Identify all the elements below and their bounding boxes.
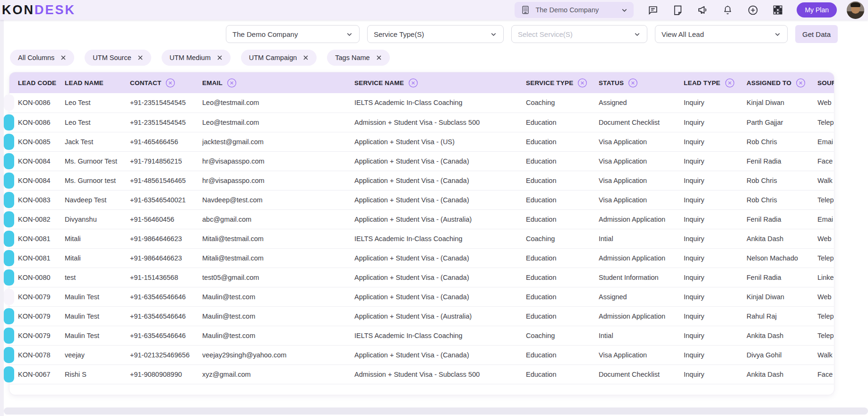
cell-lead-type: Inquiry [684,287,747,306]
announcements-icon[interactable] [696,4,709,16]
cell-contact: +91-9864646623 [130,229,202,248]
company-selector[interactable]: The Demo Company [515,2,634,18]
cell-contact: +91-9080908990 [130,364,202,384]
messages-icon[interactable] [646,4,659,16]
company-filter-dropdown[interactable]: The Demo Company [226,25,360,43]
notes-icon[interactable] [671,4,684,16]
cell-lead-name: Navdeep Test [65,190,130,209]
cell-lead-code: KON-0081 [9,248,65,268]
lead-table-body: KON-0086 Leo Test +91-23515454545 Leo@te… [9,93,834,384]
table-row[interactable]: KON-0079 Maulin Test +91-63546546646 Mau… [9,326,834,345]
get-data-button[interactable]: Get Data [795,25,838,43]
table-row[interactable]: KON-0079 Maulin Test +91-63546546646 Mau… [9,306,834,326]
row-indicator [4,231,14,247]
col-lead-name: LEAD NAME [65,72,130,93]
column-remove-icon[interactable] [725,78,735,88]
chip-remove-icon[interactable] [376,55,382,61]
chip-label: Tags Name [335,54,370,61]
cell-lead-name: Maulin Test [65,306,130,326]
avatar[interactable] [847,1,864,19]
cell-email: jacktest@gmail.com [202,132,354,151]
cell-contact: +91-63546546646 [130,287,202,306]
cell-lead-name: Mitali [65,229,130,248]
cell-contact: +91-56460456 [130,209,202,229]
cell-service-type: Education [526,151,599,171]
table-row[interactable]: KON-0084 Ms. Gurnoor test +91-4856154646… [9,171,834,190]
filter-bar: The Demo Company Service Type(S) Select … [0,20,868,47]
table-row[interactable]: KON-0083 Navdeep Test +91-63546540021 Na… [9,190,834,209]
horizontal-scrollbar[interactable] [4,407,868,415]
building-icon [520,5,531,15]
table-row[interactable]: KON-0081 Mitali +91-9864646623 Mitali@te… [9,248,834,268]
cell-service-type: Education [526,345,599,364]
column-remove-icon[interactable] [408,78,418,88]
chip-remove-icon[interactable] [303,55,309,61]
apps-grid-icon[interactable] [772,4,784,16]
service-type-filter-dropdown[interactable]: Service Type(S) [367,25,504,43]
cell-email: veejay29singh@yahoo.com [202,345,354,364]
table-row[interactable]: KON-0080 test +91-151436568 test05@gmail… [9,268,834,287]
cell-lead-code: KON-0079 [9,326,65,345]
cell-email: Leo@testmail.com [202,113,354,132]
column-remove-icon[interactable] [577,78,587,88]
notifications-icon[interactable] [722,4,734,16]
select-service-filter-dropdown[interactable]: Select Service(S) [511,25,647,43]
cell-service-type: Education [526,113,599,132]
cell-status: Intial [599,326,684,345]
cell-lead-type: Inquiry [684,209,747,229]
leads-table-card: LEAD CODE LEAD NAME CONTACT EMAIL SERVIC… [9,72,834,395]
cell-assigned-to: Ankita Dash [747,364,817,384]
page-left-gutter [0,20,4,416]
cell-email: Leo@testmail.com [202,93,354,113]
cell-contact: +91-63546546646 [130,306,202,326]
chip-label: UTM Campaign [249,54,297,61]
logo-text-kon: KON [2,3,34,17]
table-row[interactable]: KON-0078 veejay +91-021325469656 veejay2… [9,345,834,364]
quick-add-icon[interactable] [747,4,759,16]
chip-remove-icon[interactable] [60,55,66,61]
table-card-bottom-spacer [9,384,834,395]
cell-service-name: Application + Student Visa - (Canada) [354,248,526,268]
chip-label: UTM Medium [170,54,211,61]
column-remove-icon[interactable] [165,78,175,88]
cell-lead-name: Ms. Gurnoor test [65,171,130,190]
row-indicator [4,347,14,363]
lead-view-filter-dropdown[interactable]: View All Lead [655,25,788,43]
cell-lead-code: KON-0078 [9,345,65,364]
cell-contact: +91-63546546646 [130,326,202,345]
column-remove-icon[interactable] [628,78,638,88]
cell-lead-code: KON-0084 [9,151,65,171]
table-row[interactable]: KON-0086 Leo Test +91-23515454545 Leo@te… [9,113,834,132]
cell-email: hr@visapasspo.com [202,171,354,190]
table-row[interactable]: KON-0081 Mitali +91-9864646623 Mitali@te… [9,229,834,248]
cell-source: Face [817,151,834,171]
cell-assigned-to: Rob Chris [747,171,817,190]
cell-service-name: Admission + Student Visa - Subclass 500 [354,113,526,132]
cell-service-name: Application + Student Visa - (Australia) [354,306,526,326]
table-row[interactable]: KON-0067 Rishi S +91-9080908990 xyz@gmai… [9,364,834,384]
my-plan-button[interactable]: My Plan [797,2,837,17]
table-row[interactable]: KON-0086 Leo Test +91-23515454545 Leo@te… [9,93,834,113]
table-row[interactable]: KON-0085 Jack Test +91-465466456 jacktes… [9,132,834,151]
chip-remove-icon[interactable] [217,55,223,61]
row-indicator [4,308,14,324]
cell-assigned-to: Kinjal Diwan [747,93,817,113]
cell-assigned-to: Parth Gajjar [747,113,817,132]
cell-email: xyz@gmail.com [202,364,354,384]
col-service-type: SERVICE TYPE [526,72,599,93]
cell-lead-name: Leo Test [65,113,130,132]
cell-email: test05@gmail.com [202,268,354,287]
table-row[interactable]: KON-0079 Maulin Test +91-63546546646 Mau… [9,287,834,306]
cell-lead-code: KON-0084 [9,171,65,190]
cell-service-name: IELTS Academic In-Class Coaching [354,229,526,248]
column-remove-icon[interactable] [796,78,806,88]
row-indicator [4,134,14,150]
chip-remove-icon[interactable] [138,55,143,61]
cell-service-type: Education [526,364,599,384]
cell-service-name: Application + Student Visa - (Canada) [354,287,526,306]
table-header-row: LEAD CODE LEAD NAME CONTACT EMAIL SERVIC… [9,72,834,93]
column-remove-icon[interactable] [227,78,237,88]
table-row[interactable]: KON-0082 Divyanshu +91-56460456 abc@gmai… [9,209,834,229]
cell-source: Emai [817,209,834,229]
table-row[interactable]: KON-0084 Ms. Gurnoor Test +91-7914856215… [9,151,834,171]
